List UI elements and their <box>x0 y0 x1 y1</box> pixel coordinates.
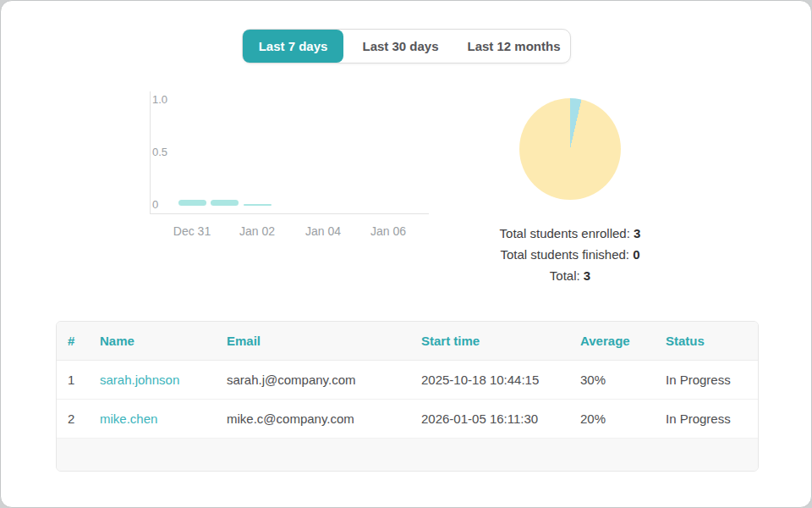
stat-enrolled-value: 3 <box>634 226 640 240</box>
table-header-row: # Name Email Start time Average Status <box>57 322 758 361</box>
bar-chart-bars <box>140 90 441 238</box>
student-start-time: 2026-01-05 16:11:30 <box>410 411 569 426</box>
summary-stats: Total students enrolled: 3 Total student… <box>443 223 697 286</box>
stat-total-value: 3 <box>584 268 590 283</box>
stat-finished-value: 0 <box>633 247 639 262</box>
student-status: In Progress <box>655 373 758 387</box>
time-range-tabs: Last 7 days Last 30 days Last 12 months <box>242 29 571 64</box>
bar <box>178 200 206 206</box>
row-num: 1 <box>57 373 89 387</box>
student-name-link[interactable]: sarah.johnson <box>100 373 179 387</box>
tab-last-30-days[interactable]: Last 30 days <box>343 30 458 63</box>
table-row: 2 mike.chen mike.c@company.com 2026-01-0… <box>57 400 758 439</box>
student-start-time: 2025-10-18 10:44:15 <box>410 373 569 387</box>
header-email: Email <box>216 334 410 348</box>
table-row: 1 sarah.johnson sarah.j@company.com 2025… <box>57 361 758 400</box>
screen: Last 7 days Last 30 days Last 12 months … <box>0 0 812 508</box>
header-start-time: Start time <box>410 334 569 348</box>
header-num: # <box>57 334 89 348</box>
stat-finished: Total students finished: 0 <box>443 244 697 265</box>
student-email: sarah.j@company.com <box>216 373 410 387</box>
row-num: 2 <box>57 411 89 426</box>
header-name: Name <box>89 334 216 348</box>
bar <box>211 200 239 206</box>
stat-total: Total: 3 <box>443 265 697 286</box>
enrollment-bar-chart: 1.0 0.5 0 Dec 31 Jan 02 Jan 04 Jan 06 <box>140 90 441 238</box>
stat-enrolled: Total students enrolled: 3 <box>443 223 697 244</box>
bar <box>244 204 272 206</box>
students-table: # Name Email Start time Average Status 1… <box>56 321 759 472</box>
enrollment-pie-chart <box>519 98 621 200</box>
tab-last-12-months[interactable]: Last 12 months <box>458 30 570 63</box>
header-status: Status <box>655 334 758 348</box>
table-footer <box>57 439 758 471</box>
dashboard-card: Last 7 days Last 30 days Last 12 months … <box>0 0 812 508</box>
student-status: In Progress <box>655 411 758 426</box>
student-average: 20% <box>569 411 655 426</box>
student-average: 30% <box>569 373 655 387</box>
header-average: Average <box>569 334 655 348</box>
student-name-link[interactable]: mike.chen <box>100 411 157 426</box>
student-email: mike.c@company.com <box>216 411 410 426</box>
tab-last-7-days[interactable]: Last 7 days <box>243 30 343 63</box>
